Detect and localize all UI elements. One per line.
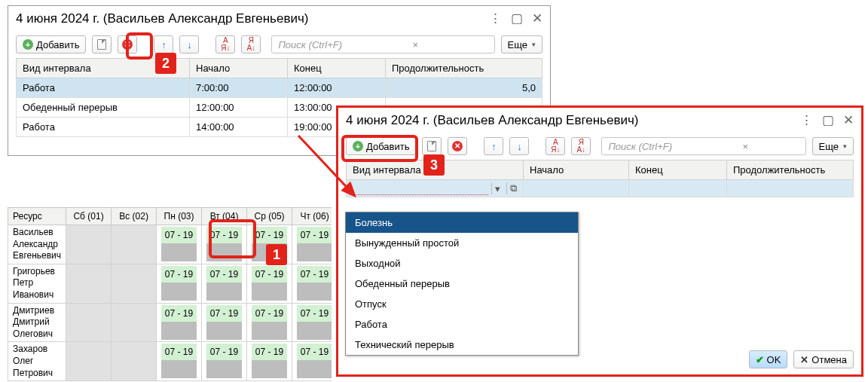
table-row[interactable]: ▾ ⧉ bbox=[347, 180, 854, 197]
intervals-table: Вид интервала Начало Конец Продолжительн… bbox=[346, 160, 854, 197]
schedule-cell[interactable]: 07 - 19 bbox=[247, 342, 292, 381]
type-dropdown: Болезнь Вынужденный простой Выходной Обе… bbox=[345, 212, 579, 356]
dropdown-item[interactable]: Технический перерыв bbox=[346, 335, 578, 355]
sort-desc-button[interactable]: ЯА↓ bbox=[241, 35, 261, 53]
schedule-cell[interactable]: 07 - 19 bbox=[157, 264, 202, 303]
close-icon[interactable]: ✕ bbox=[532, 11, 542, 26]
table-row[interactable]: Работа 7:00:00 12:00:00 5,0 bbox=[17, 78, 542, 98]
col-day[interactable]: Вс (02) bbox=[112, 208, 157, 225]
delete-icon: ✕ bbox=[122, 39, 133, 50]
dropdown-item[interactable]: Выходной bbox=[346, 253, 578, 274]
close-icon[interactable]: ✕ bbox=[843, 112, 854, 128]
schedule-row[interactable]: Григорьев Петр Иванович 07 - 19 07 - 19 … bbox=[8, 264, 332, 303]
dropdown-item[interactable]: Болезнь bbox=[346, 212, 578, 233]
col-day[interactable]: Пн (03) bbox=[157, 208, 202, 225]
col-day[interactable]: Вт (04) bbox=[202, 208, 247, 225]
maximize-icon[interactable]: ▢ bbox=[511, 11, 523, 26]
col-start[interactable]: Начало bbox=[190, 59, 288, 78]
col-start[interactable]: Начало bbox=[524, 160, 629, 180]
arrow-down-icon: ↓ bbox=[517, 141, 522, 152]
schedule-cell[interactable]: 07 - 19 bbox=[292, 225, 332, 264]
col-resource[interactable]: Ресурс bbox=[8, 208, 66, 225]
search-input[interactable] bbox=[272, 37, 408, 53]
schedule-cell[interactable]: 07 - 19 bbox=[157, 303, 202, 342]
svg-line-0 bbox=[298, 136, 355, 196]
copy-button[interactable] bbox=[422, 137, 442, 155]
kebab-icon[interactable]: ⋮ bbox=[489, 11, 502, 26]
move-down-button[interactable]: ↓ bbox=[509, 137, 529, 155]
schedule-cell[interactable]: 07 - 19 bbox=[247, 303, 292, 342]
doc-icon bbox=[97, 39, 106, 50]
doc-icon bbox=[427, 141, 436, 151]
open-picker-icon[interactable]: ⧉ bbox=[506, 182, 520, 194]
badge-2: 2 bbox=[155, 53, 176, 74]
check-icon: ✔ bbox=[756, 354, 764, 365]
sort-desc-icon: ЯА↓ bbox=[247, 37, 256, 52]
schedule-cell[interactable]: 07 - 19 bbox=[202, 264, 247, 303]
sort-desc-button[interactable]: ЯА↓ bbox=[571, 137, 591, 155]
move-up-button[interactable]: ↑ bbox=[154, 35, 173, 53]
delete-button[interactable]: ✕ bbox=[448, 137, 467, 155]
schedule-cell[interactable]: 07 - 19 bbox=[292, 303, 332, 342]
col-dur[interactable]: Продолжительность bbox=[386, 59, 542, 78]
schedule-cell[interactable]: 07 - 19 bbox=[202, 225, 247, 264]
schedule-table: Ресурс Сб (01) Вс (02) Пн (03) Вт (04) С… bbox=[8, 207, 332, 381]
delete-icon: ✕ bbox=[452, 141, 463, 151]
sort-asc-icon: АЯ↓ bbox=[221, 37, 230, 52]
schedule-cell[interactable]: 07 - 19 bbox=[202, 342, 247, 381]
move-up-button[interactable]: ↑ bbox=[484, 137, 503, 155]
search-input[interactable] bbox=[602, 139, 738, 154]
schedule-cell[interactable]: 07 - 19 bbox=[292, 264, 332, 303]
schedule-panel: Ресурс Сб (01) Вс (02) Пн (03) Вт (04) С… bbox=[8, 207, 332, 381]
dropdown-arrow-icon[interactable]: ▾ bbox=[491, 183, 503, 194]
dropdown-item[interactable]: Вынужденный простой bbox=[346, 233, 578, 253]
schedule-cell[interactable]: 07 - 19 bbox=[157, 342, 202, 381]
delete-button[interactable]: ✕ bbox=[118, 35, 137, 53]
col-day[interactable]: Сб (01) bbox=[66, 208, 112, 225]
type-field[interactable] bbox=[350, 182, 488, 195]
schedule-cell[interactable]: 07 - 19 bbox=[292, 342, 332, 381]
col-day[interactable]: Чт (06) bbox=[292, 208, 332, 225]
col-end[interactable]: Конец bbox=[629, 160, 727, 180]
more-button[interactable]: Еще▾ bbox=[501, 35, 542, 53]
schedule-cell[interactable]: 07 - 19 bbox=[202, 303, 247, 342]
sort-asc-icon: АЯ↓ bbox=[551, 139, 560, 154]
maximize-icon[interactable]: ▢ bbox=[822, 112, 834, 128]
arrow-down-icon: ↓ bbox=[187, 39, 192, 50]
plus-icon: + bbox=[23, 39, 33, 50]
type-input-cell[interactable]: ▾ ⧉ bbox=[347, 180, 524, 197]
move-down-button[interactable]: ↓ bbox=[179, 35, 199, 53]
chevron-down-icon: ▾ bbox=[532, 41, 536, 48]
window-title-bar: 4 июня 2024 г. (Васильев Александр Евген… bbox=[338, 108, 861, 133]
window-title: 4 июня 2024 г. (Васильев Александр Евген… bbox=[346, 113, 638, 128]
toolbar: + Добавить ✕ ↑ ↓ АЯ↓ ЯА↓ × Еще▾ bbox=[338, 133, 861, 160]
arrow-up-icon: ↑ bbox=[491, 141, 497, 152]
dropdown-item[interactable]: Отпуск bbox=[346, 294, 578, 314]
sort-asc-button[interactable]: АЯ↓ bbox=[215, 35, 235, 53]
kebab-icon[interactable]: ⋮ bbox=[800, 112, 813, 128]
window-title: 4 июня 2024 г. (Васильев Александр Евген… bbox=[16, 11, 308, 26]
sort-desc-icon: ЯА↓ bbox=[577, 139, 586, 154]
copy-button[interactable] bbox=[92, 35, 112, 53]
col-dur[interactable]: Продолжительность bbox=[727, 160, 854, 180]
clear-search-icon[interactable]: × bbox=[738, 141, 753, 152]
badge-3: 3 bbox=[423, 154, 445, 176]
add-button[interactable]: + Добавить bbox=[16, 35, 86, 53]
col-end[interactable]: Конец bbox=[288, 59, 386, 78]
dropdown-item[interactable]: Работа bbox=[346, 314, 578, 335]
clear-search-icon[interactable]: × bbox=[408, 39, 423, 50]
arrow-up-icon: ↑ bbox=[161, 39, 167, 50]
cancel-button[interactable]: ✕ Отмена bbox=[793, 350, 854, 368]
dropdown-item[interactable]: Обеденный перерыв bbox=[346, 274, 578, 294]
ok-button[interactable]: ✔ OK bbox=[749, 350, 788, 368]
annotation-arrow bbox=[291, 128, 366, 203]
more-button[interactable]: Еще▾ bbox=[812, 137, 854, 155]
schedule-row[interactable]: Захаров Олег Петрович 07 - 19 07 - 19 07… bbox=[8, 342, 332, 381]
schedule-row[interactable]: Дмитриев Дмитрий Олегович 07 - 19 07 - 1… bbox=[8, 303, 332, 342]
schedule-cell[interactable]: 07 - 19 bbox=[247, 264, 292, 303]
search-box: × bbox=[601, 137, 805, 155]
col-day[interactable]: Ср (05) bbox=[247, 208, 292, 225]
badge-1: 1 bbox=[266, 244, 287, 265]
sort-asc-button[interactable]: АЯ↓ bbox=[546, 137, 565, 155]
schedule-cell[interactable]: 07 - 19 bbox=[157, 225, 202, 264]
